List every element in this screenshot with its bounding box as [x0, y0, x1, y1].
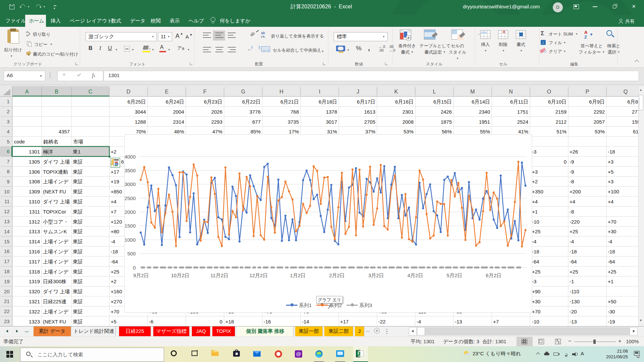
svg-text:1875: 1875	[441, 119, 452, 125]
svg-text:+17: +17	[340, 319, 348, 324]
svg-text:+25: +25	[570, 229, 578, 234]
svg-text:1312: 1312	[29, 219, 40, 225]
svg-text:-220: -220	[570, 219, 580, 225]
svg-text:5月2日: 5月2日	[446, 273, 462, 278]
svg-text:6月14日: 6月14日	[472, 99, 490, 105]
svg-text:1951: 1951	[479, 119, 490, 125]
svg-text:20: 20	[4, 289, 10, 294]
svg-text:+70: +70	[532, 309, 540, 314]
svg-text:-19: -19	[608, 319, 615, 324]
svg-text:O: O	[547, 89, 551, 95]
svg-text:1313: 1313	[29, 229, 40, 234]
svg-text:東証: 東証	[73, 299, 83, 304]
svg-text:2159: 2159	[555, 109, 567, 115]
svg-text:3735: 3735	[288, 119, 299, 125]
svg-text:-10: -10	[532, 319, 539, 324]
svg-text:B: B	[55, 89, 58, 95]
svg-text:1301: 1301	[29, 149, 40, 155]
svg-text:+200: +200	[570, 189, 581, 194]
svg-text:18: 18	[4, 268, 10, 274]
svg-text:上場インデ: 上場インデ	[43, 309, 69, 314]
svg-text:+25: +25	[111, 269, 119, 275]
svg-text:47%: 47%	[212, 129, 222, 134]
svg-text:1316: 1316	[29, 249, 40, 254]
svg-text:3017: 3017	[326, 119, 337, 125]
svg-text:768: 768	[290, 109, 299, 115]
svg-text:+25: +25	[608, 269, 616, 275]
svg-text:東証: 東証	[73, 159, 83, 165]
svg-text:C: C	[89, 89, 93, 95]
svg-text:6月16日: 6月16日	[395, 99, 414, 105]
svg-text:13: 13	[4, 219, 10, 224]
svg-text:16: 16	[4, 248, 10, 254]
svg-text:2500: 2500	[124, 195, 136, 201]
svg-text:+7: +7	[111, 209, 116, 215]
svg-text:-30: -30	[608, 309, 615, 314]
svg-text:1311: 1311	[29, 209, 40, 215]
svg-text:上場インデ: 上場インデ	[43, 249, 69, 254]
svg-text:上場インデ: 上場インデ	[43, 179, 69, 184]
svg-text:+2: +2	[532, 179, 538, 184]
svg-text:6月10日: 6月10日	[548, 99, 567, 105]
svg-text:F: F	[203, 89, 207, 95]
svg-text:東証: 東証	[73, 319, 83, 324]
svg-text:1323: 1323	[29, 319, 40, 324]
svg-text:G: G	[241, 89, 245, 95]
svg-text:M: M	[470, 89, 475, 95]
svg-text:東証: 東証	[73, 199, 83, 204]
svg-text:1310: 1310	[29, 199, 40, 204]
svg-text:17: 17	[4, 258, 10, 264]
svg-text:15: 15	[4, 239, 10, 244]
svg-text:1: 1	[7, 99, 9, 104]
svg-text:code: code	[14, 139, 25, 144]
svg-text:-9: -9	[570, 169, 574, 175]
svg-text:4月2日: 4月2日	[407, 273, 423, 278]
svg-text:-8: -8	[570, 209, 574, 215]
svg-text:2301: 2301	[402, 109, 414, 115]
svg-text:ダイワ 上場: ダイワ 上場	[43, 289, 70, 294]
svg-text:サムスンK: サムスンK	[43, 229, 67, 234]
svg-text:+90: +90	[532, 289, 540, 294]
svg-text:70%: 70%	[136, 129, 146, 134]
svg-text:TOPIXCor: TOPIXCor	[43, 209, 66, 215]
svg-text:+4: +4	[532, 199, 538, 204]
svg-text:-64: -64	[532, 259, 539, 264]
svg-text:1306: 1306	[29, 169, 40, 175]
svg-text:2: 2	[7, 109, 9, 114]
svg-text:+3: +3	[608, 159, 613, 165]
svg-text:+25: +25	[532, 269, 540, 275]
svg-text:東証: 東証	[73, 279, 83, 284]
svg-text:2293: 2293	[211, 119, 222, 125]
svg-text:9: 9	[7, 179, 9, 184]
svg-text:7: 7	[7, 159, 9, 164]
svg-text:22: 22	[4, 308, 10, 314]
svg-text:-130: -130	[570, 299, 580, 304]
svg-text:+70: +70	[608, 219, 616, 225]
svg-text:12月2日: 12月2日	[249, 273, 268, 278]
svg-text:-8: -8	[570, 179, 574, 184]
svg-text:6月21日: 6月21日	[280, 99, 299, 105]
svg-text:2292: 2292	[594, 109, 605, 115]
svg-text:2008: 2008	[402, 119, 414, 125]
svg-text:Q: Q	[624, 89, 628, 95]
svg-text:東証: 東証	[73, 189, 83, 194]
svg-text:東証: 東証	[73, 229, 83, 234]
svg-text:東証: 東証	[73, 219, 83, 225]
svg-text:1288: 1288	[135, 119, 146, 125]
svg-text:東証: 東証	[73, 269, 83, 275]
svg-text:4: 4	[7, 129, 9, 134]
svg-text:+5: +5	[608, 169, 613, 175]
svg-text:+850: +850	[111, 189, 122, 194]
svg-text:+26: +26	[570, 149, 578, 155]
svg-text:1309: 1309	[29, 189, 40, 194]
svg-text:東1: 東1	[73, 149, 80, 155]
svg-text:-13: -13	[455, 319, 462, 324]
svg-text:3044: 3044	[135, 109, 146, 115]
svg-text:23: 23	[4, 318, 10, 324]
svg-text:+1: +1	[532, 209, 538, 215]
svg-text:P: P	[586, 89, 589, 95]
svg-text:+30: +30	[532, 299, 540, 304]
svg-text:3776: 3776	[250, 109, 261, 115]
svg-text:東証: 東証	[73, 249, 83, 254]
svg-text:銘柄名: 銘柄名	[43, 139, 58, 144]
